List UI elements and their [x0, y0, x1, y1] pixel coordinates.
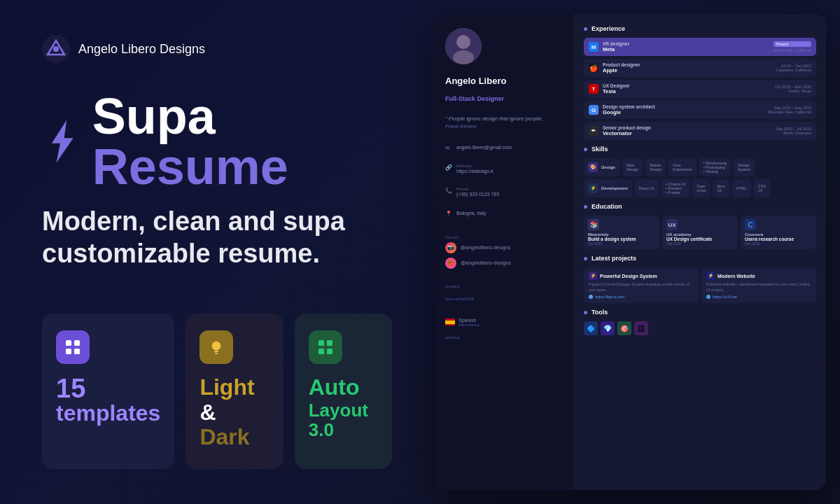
memoriely-logo: 📚: [588, 219, 599, 230]
left-section: Angelo Libero Designs Supa Resume Modern…: [0, 0, 434, 504]
svg-marker-3: [52, 120, 74, 162]
skills-dot: [584, 148, 587, 151]
resume-quote: " People ignore design that ignore peopl…: [445, 115, 563, 131]
dribbble-item: 🏀 @angelolibero-designs: [445, 258, 563, 269]
meta-location: Menlo Park, California: [774, 48, 811, 52]
svg-rect-4: [66, 340, 71, 346]
skill-mobile: MobileDesign: [645, 158, 666, 176]
phone-text: (+39) 333 0123 765: [456, 191, 499, 198]
tool-photoshop: 🖼: [634, 321, 648, 335]
templates-card: 15 templates: [42, 314, 174, 469]
project1-icon: ⚡: [589, 272, 597, 280]
theme-icon-wrap: [200, 330, 233, 364]
tesla-location: Austin, Texas: [775, 89, 811, 93]
socials-section: Socials 📷 @angelolibero.designs 🏀 @angel…: [445, 235, 563, 273]
meta-role: VR designer: [603, 41, 769, 46]
ux-academy-date: Feb 2020: [666, 241, 734, 246]
tool-figma: 🔷: [584, 321, 598, 335]
design-label: Design: [601, 165, 615, 169]
theme-light: Light: [200, 374, 254, 400]
project2-desc: Powerful website + dashboard template fo…: [706, 282, 811, 293]
css-tag: CSSJS: [758, 184, 766, 192]
html-tag: HTML: [736, 186, 747, 190]
language-item: Spanish Elementary: [445, 318, 563, 327]
skill-typescript: Typescript: [692, 179, 710, 197]
layout-card: Auto Layout 3.0: [295, 314, 392, 469]
design-skill-icon: 🎨: [588, 162, 598, 172]
theme-card: Light & Dark: [186, 314, 283, 469]
project2-url: https://ui-8.net: [713, 295, 737, 299]
language-level: Elementary: [458, 323, 479, 327]
skill-design: 🎨 Design: [584, 158, 620, 176]
ts-tag: Typescript: [696, 184, 706, 192]
location-icon: 📍: [445, 211, 452, 218]
projects-title: Latest projects: [592, 255, 636, 262]
project1-desc: Figma UI Kit and Design System targeting…: [589, 282, 694, 293]
ux-academy-logo: UX: [666, 219, 678, 230]
google-role: Design system architect: [603, 104, 764, 109]
email-icon: ✉: [445, 145, 452, 152]
contact-email: ✉ angelo.libero@gmail.com: [445, 144, 563, 152]
svg-rect-5: [74, 340, 80, 346]
resume-right-panel: Experience M VR designer Meta Present Me…: [574, 14, 826, 490]
svg-rect-12: [327, 340, 332, 346]
instagram-handle: @angelolibero.designs: [461, 245, 510, 250]
exp-google-info: Design system architect Google: [603, 104, 764, 115]
wireframe-tag: • Wireframing• Prototyping• Testing: [704, 161, 727, 174]
tesla-logo: T: [589, 84, 598, 94]
feature-cards: 15 templates Light & Dark: [42, 314, 392, 469]
skills-design-row: 🎨 Design WebDesign MobileDesign UserExpe…: [584, 158, 816, 176]
dribbble-icon: 🏀: [445, 258, 456, 269]
tool-xd: 🎯: [617, 321, 631, 335]
avatar-image: [445, 28, 482, 64]
dev-label: Development: [601, 186, 628, 190]
grid-icon: [64, 338, 82, 356]
templates-number: 15: [56, 375, 160, 402]
vec-company: Vectornator: [603, 130, 772, 136]
project2-icon: ⚡: [706, 272, 715, 280]
skill-dev: ⚡ Development: [584, 179, 632, 197]
coursera-logo: C: [745, 219, 756, 230]
skill-nextjs: NextJS: [713, 179, 729, 197]
website-text: https://aldesign.it: [456, 168, 493, 175]
exp-meta: M VR designer Meta Present Menlo Park, C…: [584, 38, 816, 56]
experience-dot: [584, 27, 587, 31]
projects-dot: [584, 257, 587, 260]
title-supa: Supa: [92, 88, 216, 144]
svg-rect-11: [318, 340, 324, 346]
project1-link-dot: [589, 295, 593, 299]
project2-link: https://ui-8.net: [706, 295, 811, 299]
exp-apple: 🍎 Product designer Apple Jul 20 – Jan 20…: [584, 59, 816, 77]
email-text: angelo.libero@gmail.com: [456, 144, 512, 151]
apple-location: Cupertino, California: [776, 68, 811, 72]
skill-design-system: DesignSystem: [734, 158, 755, 176]
education-dot: [584, 205, 587, 209]
skill-wireframe: • Wireframing• Prototyping• Testing: [699, 158, 731, 176]
svg-point-8: [212, 342, 220, 350]
extra-id: bero-a42a0438: [445, 297, 563, 301]
link-icon: 🔗: [445, 164, 452, 172]
subtitle: Modern, clean and supacustomizable resum…: [42, 206, 392, 270]
web-tag: WebDesign: [626, 163, 638, 172]
phone-icon: 📞: [445, 188, 452, 195]
vectornator-logo: ✏: [589, 126, 598, 136]
brand-name: Angelo Libero Designs: [78, 42, 205, 57]
exp-apple-info: Product designer Apple: [603, 62, 772, 74]
brand-row: Angelo Libero Designs: [42, 35, 392, 63]
dribbble-handle: @angelolibero-designs: [461, 260, 511, 265]
projects-title-row: Latest projects: [584, 255, 816, 262]
templates-label: 15 templates: [56, 375, 160, 424]
templates-text: templates: [56, 402, 160, 424]
svg-rect-14: [327, 349, 332, 354]
project2-link-dot: [706, 295, 710, 299]
apple-logo: 🍎: [589, 63, 598, 73]
contact-website: 🔗 Website https://aldesign.it: [445, 164, 563, 175]
google-location: Mountain View, California: [768, 110, 811, 114]
exp-tesla: T UX Designer Tesla Oct 2015 – Mar 2020 …: [584, 80, 816, 98]
vec-role: Senior product design: [603, 125, 772, 130]
contact-location: 📍 Bologna, Italy: [445, 210, 563, 218]
skill-chakra: • Chakra UI• Emotion• Framer: [662, 179, 690, 197]
ux-tag: UserExperience: [673, 163, 692, 172]
tools-row: 🔷 💎 🎯 🖼: [584, 321, 816, 335]
meta-logo: M: [589, 42, 598, 52]
